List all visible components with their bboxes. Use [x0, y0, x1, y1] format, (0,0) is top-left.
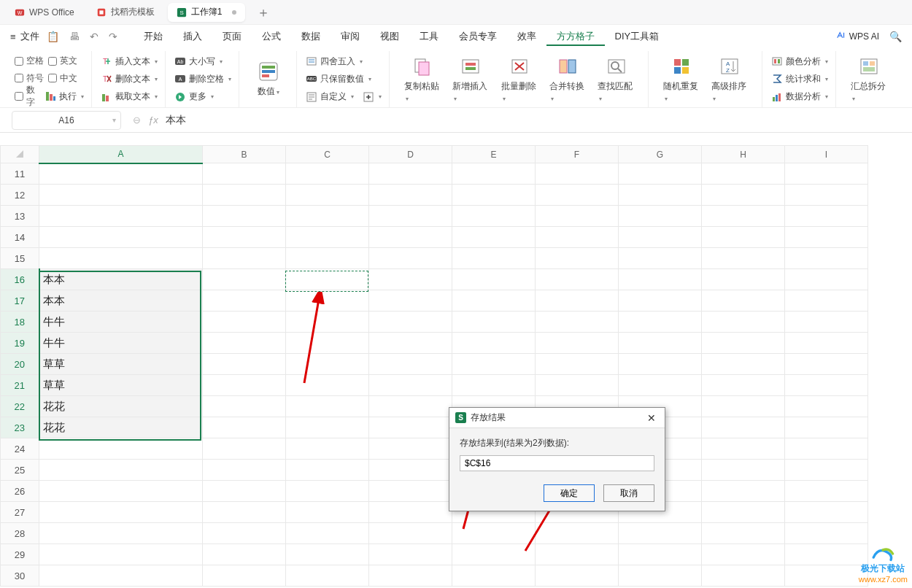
col-header-I[interactable]: I: [785, 146, 868, 163]
cell[interactable]: [369, 185, 452, 206]
menu-tools[interactable]: 工具: [409, 27, 449, 46]
row-header[interactable]: 23: [1, 417, 39, 438]
btn-cuttext[interactable]: 截取文本▾: [101, 90, 158, 103]
cell[interactable]: [369, 248, 452, 269]
btn-copypaste[interactable]: 复制粘贴▾: [398, 55, 447, 103]
cell[interactable]: [619, 248, 702, 269]
cell[interactable]: [452, 523, 536, 544]
menu-view[interactable]: 视图: [370, 27, 409, 46]
cell[interactable]: [785, 312, 868, 333]
cell[interactable]: [203, 481, 286, 502]
btn-findmatch[interactable]: 查找匹配▾: [592, 55, 640, 103]
cell[interactable]: [702, 502, 785, 523]
cell[interactable]: [702, 206, 785, 227]
cell[interactable]: [369, 163, 452, 185]
cell[interactable]: [39, 206, 203, 227]
cell[interactable]: [203, 523, 286, 544]
cell[interactable]: [536, 290, 619, 312]
row-header[interactable]: 11: [1, 163, 39, 185]
cell[interactable]: [619, 269, 702, 290]
cell[interactable]: [702, 227, 785, 248]
cell[interactable]: [785, 460, 868, 481]
cell[interactable]: [536, 565, 619, 587]
cell[interactable]: [369, 206, 452, 227]
menu-insert[interactable]: 插入: [173, 27, 212, 46]
cell[interactable]: [785, 206, 868, 227]
cell[interactable]: [369, 227, 452, 248]
cell[interactable]: [39, 185, 203, 206]
cell[interactable]: [536, 227, 619, 248]
cell[interactable]: [785, 438, 868, 460]
row-header[interactable]: 20: [1, 354, 39, 375]
cell[interactable]: [286, 290, 369, 312]
cell[interactable]: [452, 312, 536, 333]
cell[interactable]: [702, 185, 785, 206]
cell[interactable]: [785, 269, 868, 290]
cell[interactable]: [785, 354, 868, 375]
col-header-G[interactable]: G: [619, 146, 702, 163]
cell[interactable]: [702, 438, 785, 460]
cell[interactable]: [619, 375, 702, 396]
cell[interactable]: [203, 502, 286, 523]
cell[interactable]: [702, 396, 785, 417]
row-header[interactable]: 21: [1, 375, 39, 396]
cell[interactable]: [452, 290, 536, 312]
zoom-icon[interactable]: ⊖: [133, 115, 141, 125]
cell[interactable]: [286, 269, 369, 290]
menu-page[interactable]: 页面: [212, 27, 252, 46]
cell[interactable]: [286, 544, 369, 565]
col-header-A[interactable]: A: [39, 146, 203, 163]
row-header[interactable]: 30: [1, 565, 39, 587]
row-header[interactable]: 26: [1, 481, 39, 502]
cell[interactable]: [286, 185, 369, 206]
cell[interactable]: [286, 354, 369, 375]
menu-review[interactable]: 审阅: [331, 27, 370, 46]
menu-formula[interactable]: 公式: [252, 27, 291, 46]
dialog-titlebar[interactable]: S 存放结果 ✕: [449, 408, 665, 428]
cell[interactable]: [702, 523, 785, 544]
col-header-H[interactable]: H: [702, 146, 785, 163]
row-header[interactable]: 16: [1, 269, 39, 290]
btn-round[interactable]: 四舍五入▾: [306, 55, 363, 68]
cell[interactable]: [785, 481, 868, 502]
cell[interactable]: [203, 375, 286, 396]
cell[interactable]: [619, 227, 702, 248]
btn-advsort[interactable]: AZ高级排序▾: [706, 55, 754, 103]
btn-value[interactable]: 数值▾: [248, 61, 289, 98]
cell[interactable]: [452, 185, 536, 206]
cell[interactable]: [203, 185, 286, 206]
btn-mergeconv[interactable]: 合并转换▾: [544, 55, 592, 103]
cell[interactable]: [702, 354, 785, 375]
row-header[interactable]: 12: [1, 185, 39, 206]
col-header-B[interactable]: B: [203, 146, 286, 163]
cell[interactable]: [203, 460, 286, 481]
row-header[interactable]: 18: [1, 312, 39, 333]
cell[interactable]: [286, 227, 369, 248]
cell[interactable]: [619, 565, 702, 587]
cell[interactable]: [286, 502, 369, 523]
cell[interactable]: [203, 354, 286, 375]
chk-chs[interactable]: 中文: [48, 72, 77, 85]
cell[interactable]: [619, 354, 702, 375]
ok-button[interactable]: 确定: [544, 484, 595, 502]
cell[interactable]: [619, 312, 702, 333]
search-icon[interactable]: 🔍: [889, 31, 902, 42]
hamburger-icon[interactable]: ≡: [10, 31, 16, 42]
cell[interactable]: [452, 248, 536, 269]
col-header-C[interactable]: C: [286, 146, 369, 163]
cell[interactable]: [369, 312, 452, 333]
cell[interactable]: [369, 375, 452, 396]
cell[interactable]: [785, 290, 868, 312]
cell[interactable]: [619, 185, 702, 206]
file-menu[interactable]: 文件: [20, 30, 39, 43]
cell[interactable]: [286, 460, 369, 481]
cell[interactable]: [286, 206, 369, 227]
wps-ai-button[interactable]: WPS AI: [836, 31, 879, 42]
dialog-target-input[interactable]: [460, 455, 654, 471]
cell[interactable]: 本本: [39, 290, 203, 312]
qat-paste-icon[interactable]: 📋: [47, 31, 59, 42]
btn-dataanal[interactable]: 数据分析▾: [771, 90, 828, 103]
cell[interactable]: 牛牛: [39, 333, 203, 354]
cell[interactable]: [369, 544, 452, 565]
spreadsheet[interactable]: A B C D E F G H I 111213141516本本17本本18牛牛…: [0, 145, 912, 588]
